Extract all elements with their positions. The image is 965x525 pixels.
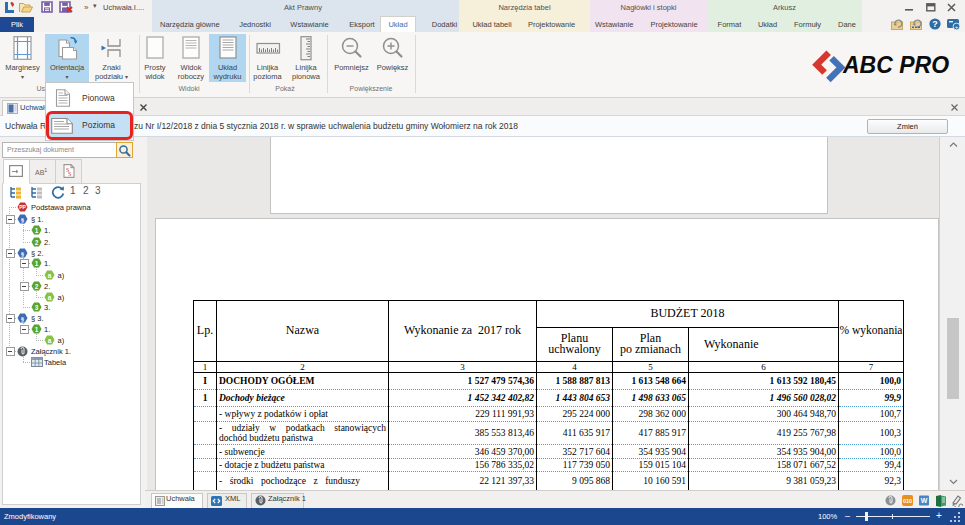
svg-text:PP: PP xyxy=(19,204,26,210)
svg-text:1: 1 xyxy=(35,260,39,267)
svg-text:§: § xyxy=(21,216,25,224)
svg-text:S: S xyxy=(68,171,71,177)
svg-text:a: a xyxy=(48,337,52,344)
svg-text:§: § xyxy=(21,314,25,322)
svg-text:1: 1 xyxy=(35,325,39,332)
svg-text:ABC PRO: ABC PRO xyxy=(842,52,949,78)
svg-text:2: 2 xyxy=(35,238,39,245)
svg-text:3: 3 xyxy=(35,303,39,310)
svg-text:a: a xyxy=(48,294,52,301)
svg-text:W: W xyxy=(921,497,928,504)
svg-text:2: 2 xyxy=(35,282,39,289)
svg-text:§: § xyxy=(21,249,25,257)
svg-text:1: 1 xyxy=(35,227,39,234)
svg-text:a: a xyxy=(48,271,52,278)
svg-text:010: 010 xyxy=(903,498,912,504)
